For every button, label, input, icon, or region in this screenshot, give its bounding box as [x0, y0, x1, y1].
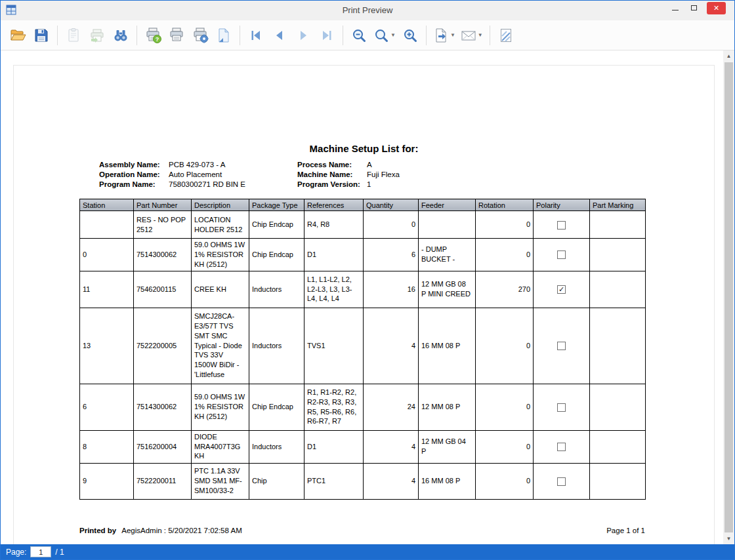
polarity-checkbox — [557, 443, 566, 451]
document-info: Assembly Name: PCB 429-073 - A Operation… — [99, 161, 714, 188]
email-button[interactable]: ▼ — [458, 23, 486, 48]
cell-feeder: - DUMP BUCKET - — [419, 239, 476, 271]
first-page-icon — [249, 28, 263, 43]
print-options-icon — [192, 27, 209, 44]
print-options-button[interactable] — [188, 23, 212, 48]
cell-part-number: 7546200115 — [134, 271, 192, 308]
table-header-row: StationPart NumberDescriptionPackage Typ… — [80, 199, 646, 211]
table-row: 117546200115CREE KHInductorsL1, L1-L2, L… — [80, 271, 646, 308]
cell-quantity: 24 — [364, 384, 419, 430]
toolbar-separator — [343, 26, 343, 45]
column-header-package-type: Package Type — [249, 199, 304, 211]
cell-part-marking — [590, 308, 646, 384]
column-header-station: Station — [80, 199, 134, 211]
next-page-icon — [296, 28, 310, 43]
column-header-feeder: Feeder — [419, 199, 476, 211]
open-button[interactable] — [6, 23, 30, 48]
cell-description: SMCJ28CA-E3/57T TVS SMT SMC Typical - Di… — [192, 308, 249, 384]
toolbar-separator — [136, 26, 137, 45]
export-icon — [433, 28, 449, 43]
vertical-scrollbar[interactable]: ▲ ▼ — [723, 50, 734, 544]
save-icon — [33, 28, 49, 43]
find-button[interactable] — [109, 23, 133, 48]
export-button[interactable]: ▼ — [430, 23, 458, 48]
table-row: RES - NO POP 2512LOCATION HOLDER 2512Chi… — [80, 211, 646, 239]
scroll-down-icon[interactable]: ▼ — [723, 533, 734, 544]
cell-station: 0 — [80, 239, 134, 271]
cell-station: 8 — [80, 430, 134, 463]
maximize-button[interactable] — [684, 1, 703, 15]
cell-rotation: 270 — [476, 271, 534, 308]
cell-quantity: 4 — [364, 430, 419, 463]
cell-part-marking — [590, 211, 646, 239]
program-version-value: 1 — [367, 180, 400, 188]
chevron-down-icon: ▼ — [478, 33, 483, 38]
zoom-icon — [373, 28, 389, 43]
table-row: 87516200004DIODE MRA4007T3G KHInductorsD… — [80, 430, 646, 463]
polarity-checkbox — [557, 250, 566, 259]
first-page-button[interactable] — [244, 23, 268, 48]
statusbar: Page: / 1 — [1, 544, 734, 559]
cell-part-number: 7516200004 — [134, 430, 192, 463]
zoom-out-button[interactable] — [347, 23, 371, 48]
cell-description: DIODE MRA4007T3G KH — [192, 430, 249, 463]
titlebar: Print Preview ✕ — [1, 1, 734, 20]
minimize-button[interactable] — [666, 1, 684, 15]
page-label: Page: — [6, 548, 26, 557]
clipboard-icon — [66, 28, 81, 43]
cell-polarity — [534, 239, 590, 271]
page-info: Page 1 of 1 — [606, 527, 645, 534]
zoom-out-icon — [351, 28, 367, 43]
print-dialog-button[interactable]: ? — [141, 23, 165, 48]
quick-print-icon — [168, 27, 185, 44]
polarity-checkbox — [557, 342, 566, 350]
scrollbar-thumb[interactable] — [724, 62, 733, 532]
cell-part-number: RES - NO POP 2512 — [134, 211, 192, 239]
cell-rotation: 0 — [476, 211, 534, 239]
last-page-icon — [320, 28, 334, 43]
svg-text:?: ? — [156, 35, 159, 42]
cell-part-marking — [590, 384, 646, 430]
watermark-icon — [498, 28, 514, 43]
toolbar-separator — [57, 26, 58, 45]
cell-rotation: 0 — [476, 430, 534, 463]
page-setup-button[interactable] — [212, 23, 236, 48]
previous-page-button[interactable] — [268, 23, 291, 48]
printed-by: Printed byAegisAdmin : 5/20/2021 7:02:58… — [79, 527, 242, 534]
clipboard-button — [62, 23, 85, 48]
cell-feeder: 16 MM 08 P — [419, 463, 476, 499]
scroll-up-icon[interactable]: ▲ — [723, 50, 734, 62]
open-folder-icon — [9, 27, 26, 44]
quick-print-button[interactable] — [165, 23, 188, 48]
zoom-in-button[interactable] — [398, 23, 422, 48]
cell-references: TVS1 — [304, 308, 364, 384]
save-button[interactable] — [30, 23, 53, 48]
table-body: RES - NO POP 2512LOCATION HOLDER 2512Chi… — [80, 211, 646, 500]
close-button[interactable]: ✕ — [707, 2, 726, 14]
close-icon: ✕ — [713, 5, 719, 12]
operation-name-label: Operation Name: — [99, 170, 163, 178]
program-name-value: 7580300271 RD BIN E — [169, 180, 297, 188]
cell-part-marking — [590, 430, 646, 463]
cell-quantity: 0 — [364, 211, 419, 239]
table-row: 137522200005SMCJ28CA-E3/57T TVS SMT SMC … — [80, 308, 646, 384]
operation-name-value: Auto Placement — [169, 170, 297, 178]
cell-feeder: 12 MM 08 P — [419, 384, 476, 430]
cell-quantity: 16 — [364, 271, 419, 308]
process-name-label: Process Name: — [297, 161, 362, 169]
printed-by-label: Printed by — [79, 527, 116, 534]
document-info-left: Assembly Name: PCB 429-073 - A Operation… — [99, 161, 297, 188]
toolbar: ? — [1, 20, 734, 50]
zoom-button[interactable]: ▼ — [371, 23, 398, 48]
cell-part-marking — [590, 239, 646, 271]
cell-station: 11 — [80, 271, 134, 308]
column-header-rotation: Rotation — [476, 199, 534, 211]
cell-polarity: ✓ — [534, 271, 590, 308]
cell-feeder: 12 MM GB 08 P MINI CREED — [419, 271, 476, 308]
cell-package-type: Inductors — [249, 430, 304, 463]
cell-references: D1 — [304, 239, 364, 271]
watermark-button[interactable] — [494, 23, 518, 48]
column-header-description: Description — [192, 199, 249, 211]
page-total: / 1 — [55, 548, 64, 557]
page-number-input[interactable] — [30, 546, 51, 557]
